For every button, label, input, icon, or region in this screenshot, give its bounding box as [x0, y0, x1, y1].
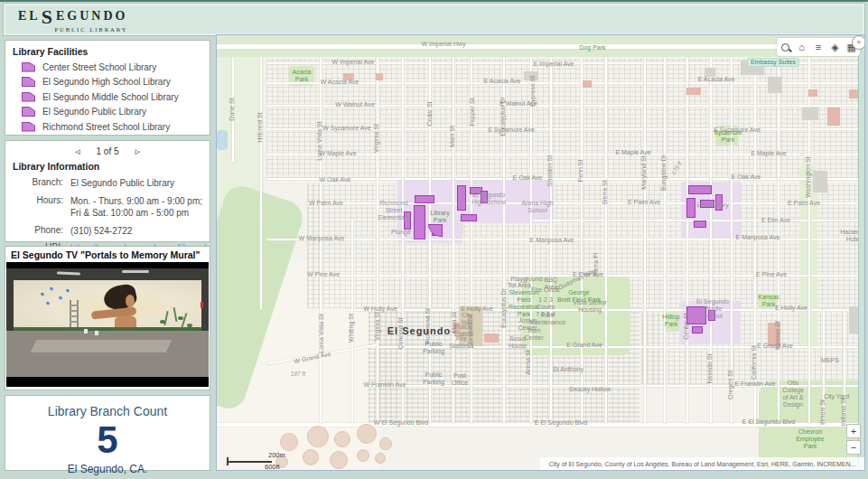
map-feature: [583, 80, 592, 88]
map-feature: [357, 449, 369, 462]
facility-item: El Segundo Middle School Library: [13, 92, 202, 102]
butterfly-art: [46, 301, 51, 305]
map-feature: [581, 57, 583, 423]
video-panel: El Segundo TV "Portals to Memory Mural": [5, 246, 210, 390]
map-feature: [320, 57, 322, 423]
legend-icon[interactable]: ≡: [811, 40, 826, 54]
map-feature: [692, 326, 703, 333]
plant-art: [163, 311, 168, 325]
map-feature: [813, 171, 827, 193]
butterfly-art: [50, 286, 54, 291]
map-feature: [343, 73, 354, 80]
facility-item: El Segundo Public Library: [13, 107, 202, 117]
scale-meters: 200m: [268, 451, 285, 459]
map-feature: [357, 424, 377, 444]
map-feature: [481, 191, 488, 203]
facilities-title: Library Facilities: [13, 46, 202, 57]
map-feature: [694, 221, 706, 228]
info-field-row: Hours:Mon. - Thurs. 9:00 am - 9:00 pm; F…: [13, 195, 202, 220]
pan-icon[interactable]: +: [852, 35, 865, 50]
map-feature: [217, 130, 228, 150]
map-feature: [369, 385, 864, 387]
zoom-in-button[interactable]: +: [846, 424, 861, 438]
map-feature: [404, 211, 411, 230]
map-feature: [503, 57, 505, 423]
logo-big-s: S: [42, 7, 55, 27]
map-edge-strip: [858, 35, 864, 470]
map-feature: [522, 276, 630, 355]
video-title: El Segundo TV "Portals to Memory Mural": [5, 247, 210, 262]
map-feature: [484, 333, 499, 343]
video-thumbnail[interactable]: [6, 262, 209, 387]
facility-item-label: El Segundo Middle School Library: [42, 92, 179, 102]
home-icon[interactable]: ⌂: [795, 40, 809, 54]
facility-item: Richmond Street School Library: [13, 122, 202, 132]
map-attribution: City of El Segundo, County of Los Angele…: [540, 457, 864, 470]
pager-prev-icon[interactable]: ◃: [75, 146, 80, 157]
pager-label: 1 of 5: [96, 146, 118, 156]
map-feature: [303, 449, 319, 465]
plant-art: [178, 316, 183, 320]
plant-art: [160, 320, 165, 324]
map-feature: [402, 57, 404, 423]
facility-item-label: Center Street School Library: [42, 62, 156, 72]
facility-polygon-icon: [22, 122, 35, 132]
info-field-row: Phone:(310) 524-2722: [13, 225, 202, 238]
plant-art: [182, 313, 187, 327]
map-feature: [823, 309, 825, 423]
zoom-out-button[interactable]: −: [846, 440, 861, 455]
info-title: Library Information: [13, 161, 202, 172]
info-field-value: (310) 524-2722: [70, 225, 132, 238]
mural-wall: [14, 280, 201, 330]
map-feature: [351, 220, 353, 423]
info-field-value: Mon. - Thurs. 9:00 am - 9:00 pm; Fri & S…: [70, 195, 202, 220]
ladder-rung: [70, 305, 78, 306]
library-logo: ELSEGUNDO PUBLIC LIBRARY: [18, 6, 127, 33]
ladder-rung: [70, 321, 78, 323]
map-feature: [307, 426, 329, 447]
info-fields: Branch:El Segundo Public LibraryHours:Mo…: [13, 177, 202, 255]
facility-item-label: El Segundo Public Library: [42, 107, 146, 117]
map-feature: [605, 57, 607, 423]
info-field-value: El Segundo Public Library: [70, 177, 174, 190]
facility-polygon-icon: [22, 62, 35, 72]
map-feature: [664, 57, 666, 423]
map-feature: [457, 185, 466, 211]
map-feature: [644, 57, 646, 423]
map-feature: [802, 108, 818, 120]
map-feature: [686, 306, 706, 324]
map-feature: [375, 453, 386, 464]
branch-count-title: Library Branch Count: [5, 404, 210, 418]
map-toolbar: ⌂≡◈▦: [777, 38, 860, 56]
info-field-row: Branch:El Segundo Public Library: [13, 177, 202, 190]
map-feature: [379, 437, 392, 450]
map-feature: [307, 202, 864, 204]
info-field-label: Phone:: [13, 225, 70, 238]
library-information-panel: ◃ 1 of 5 ▹ Library Information Branch:El…: [5, 140, 210, 242]
pager-next-icon[interactable]: ▹: [135, 146, 141, 157]
map-feature: [266, 239, 864, 240]
map-feature: [414, 205, 425, 240]
map-feature: [266, 62, 864, 64]
butterfly-art: [66, 288, 70, 293]
map-feature: [524, 71, 538, 80]
map-feature: [307, 275, 864, 277]
map-feature: [453, 323, 461, 333]
map-feature: [741, 61, 764, 75]
search-icon[interactable]: [778, 40, 792, 54]
map-feature: [688, 185, 712, 194]
map-feature: [710, 57, 712, 423]
map-feature: [715, 194, 723, 211]
map-feature: [266, 178, 864, 180]
map-feature: [453, 57, 454, 423]
facility-polygon-icon: [22, 107, 35, 117]
ladder-rung: [70, 310, 78, 312]
facility-item-label: Richmond Street School Library: [42, 122, 170, 132]
layers-icon[interactable]: ◈: [827, 40, 842, 54]
facility-polygon-icon: [22, 77, 35, 87]
map-canvas[interactable]: W Imperial HwyW Imperial AveE Imperial A…: [216, 34, 865, 471]
facility-item: El Segundo High School Library: [13, 77, 202, 87]
map-feature: [415, 195, 434, 203]
map-feature: [266, 105, 864, 107]
facility-item: Center Street School Library: [13, 62, 202, 72]
